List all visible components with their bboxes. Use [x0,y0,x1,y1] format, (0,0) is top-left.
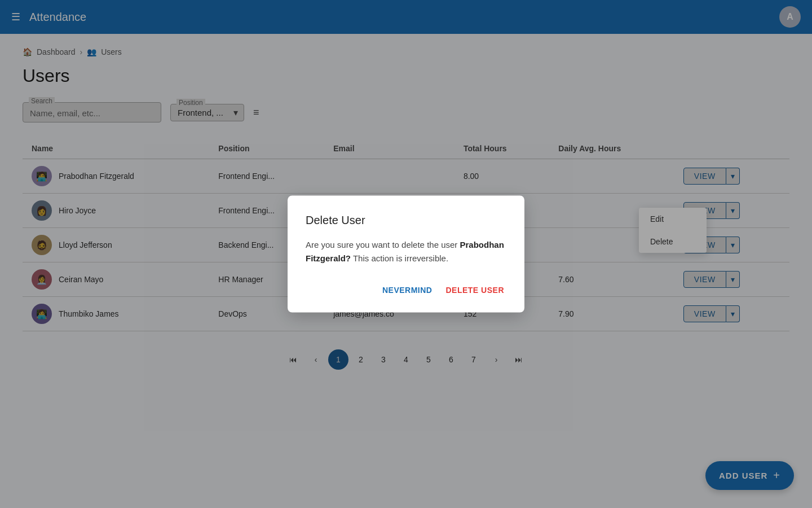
delete-user-button[interactable]: DELETE USER [443,281,506,299]
dialog-body-suffix: This action is irreversible. [351,253,448,263]
dialog-title: Delete User [306,214,506,227]
delete-user-dialog: Delete User Are you sure you want to del… [288,196,524,313]
nevermind-button[interactable]: NEVERMIND [380,281,435,299]
dialog-actions: NEVERMIND DELETE USER [306,281,506,299]
dialog-body-text: Are you sure you want to delete the user [306,240,460,249]
dialog-body: Are you sure you want to delete the user… [306,238,506,265]
